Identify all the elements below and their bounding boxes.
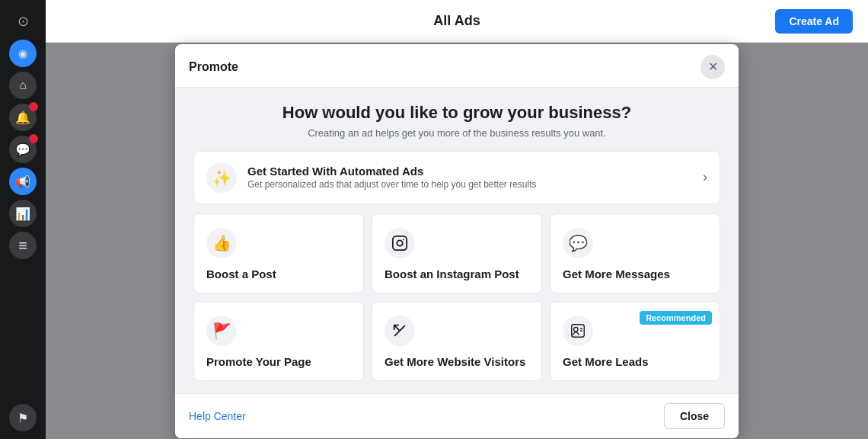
- sidebar-icon-circle[interactable]: ◉: [9, 40, 37, 67]
- page-title: All Ads: [433, 13, 480, 29]
- boost-post-icon: 👍: [206, 228, 237, 258]
- modal-subheading: Creating an ad helps get you more of the…: [193, 127, 720, 139]
- boost-instagram-label: Boost an Instagram Post: [385, 268, 529, 280]
- sidebar-icon-megaphone[interactable]: 📢: [9, 168, 37, 195]
- close-footer-button[interactable]: Close: [664, 403, 725, 429]
- website-visitors-label: Get More Website Visitors: [385, 355, 529, 368]
- get-messages-icon: 💬: [563, 228, 593, 258]
- svg-rect-0: [393, 236, 407, 249]
- modal-heading: How would you like to grow your business…: [193, 103, 720, 123]
- automated-ads-row[interactable]: ✨ Get Started With Automated Ads Get per…: [193, 151, 720, 204]
- option-get-leads[interactable]: Recommended Get More Leads: [550, 301, 720, 381]
- option-website-visitors[interactable]: Get More Website Visitors: [372, 301, 542, 381]
- get-leads-icon: [563, 316, 593, 346]
- notification-badge: [29, 102, 38, 111]
- boost-post-label: Boost a Post: [206, 268, 351, 280]
- sidebar-icon-compass[interactable]: ⊙: [9, 8, 37, 35]
- automated-ads-icon: ✨: [206, 162, 237, 193]
- promote-page-icon: 🚩: [206, 316, 237, 346]
- modal-footer: Help Center Close: [175, 393, 739, 438]
- modal-header: Promote ✕: [175, 44, 739, 88]
- modal-header-title: Promote: [189, 60, 238, 74]
- svg-point-2: [403, 239, 404, 240]
- sidebar-icon-message[interactable]: 💬: [9, 136, 37, 163]
- automated-ads-text: Get Started With Automated Ads Get perso…: [247, 165, 703, 190]
- automated-ads-title: Get Started With Automated Ads: [247, 165, 703, 178]
- get-messages-label: Get More Messages: [563, 268, 707, 280]
- sidebar-icon-notification[interactable]: 🔔: [9, 104, 37, 131]
- sidebar-icon-chart[interactable]: 📊: [9, 200, 37, 227]
- sidebar-icon-menu[interactable]: ≡: [9, 232, 37, 259]
- main-content: All Ads Create Ad Promote ✕ How would yo…: [46, 0, 868, 439]
- modal-body: How would you like to grow your business…: [175, 88, 739, 393]
- option-boost-post[interactable]: 👍 Boost a Post: [193, 213, 364, 293]
- option-get-messages[interactable]: 💬 Get More Messages: [550, 213, 720, 293]
- boost-instagram-icon: [385, 228, 415, 258]
- promote-modal: Promote ✕ How would you like to grow you…: [175, 44, 739, 438]
- option-boost-instagram[interactable]: Boost an Instagram Post: [372, 213, 542, 293]
- page-background: Promote ✕ How would you like to grow you…: [46, 43, 868, 439]
- sidebar: ⊙ ◉ ⌂ 🔔 💬 📢 📊 ≡ ⚑: [0, 0, 46, 439]
- recommended-badge: Recommended: [640, 311, 712, 325]
- option-promote-page[interactable]: 🚩 Promote Your Page: [193, 301, 364, 381]
- create-ad-button[interactable]: Create Ad: [775, 9, 853, 34]
- chevron-right-icon: ›: [703, 169, 707, 185]
- help-center-link[interactable]: Help Center: [189, 410, 246, 422]
- website-visitors-icon: [385, 316, 415, 346]
- top-bar: All Ads Create Ad: [46, 0, 868, 43]
- svg-point-1: [397, 240, 402, 245]
- sidebar-icon-home[interactable]: ⌂: [9, 72, 37, 99]
- automated-ads-subtitle: Get personalized ads that adjust over ti…: [247, 179, 703, 190]
- promote-page-label: Promote Your Page: [206, 355, 351, 368]
- sidebar-icon-flag[interactable]: ⚑: [9, 404, 37, 431]
- options-grid: 👍 Boost a Post Boost an Instagram P: [193, 213, 720, 381]
- message-badge: [29, 134, 38, 143]
- get-leads-label: Get More Leads: [563, 355, 707, 368]
- modal-close-button[interactable]: ✕: [700, 55, 725, 79]
